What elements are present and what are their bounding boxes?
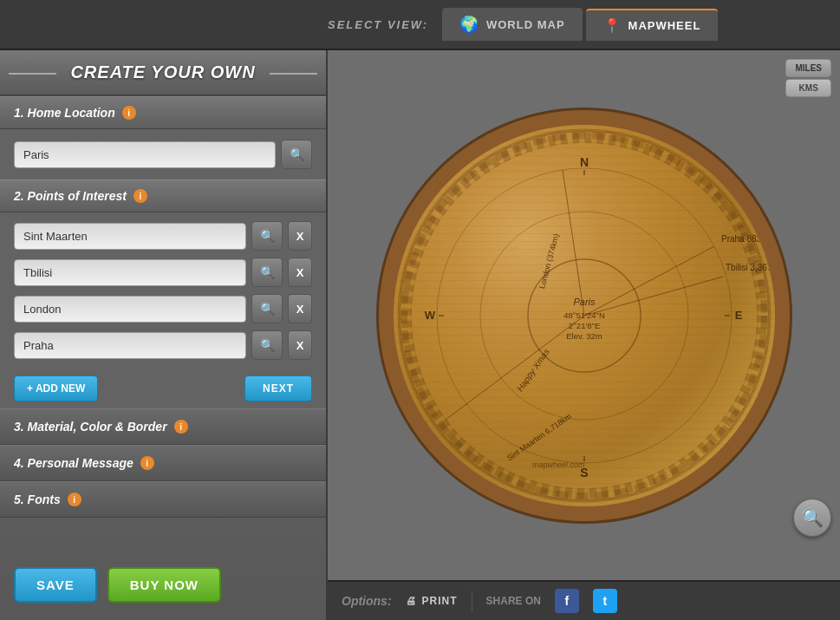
left-panel: CREATE YOUR OWN 1. Home Location i 🔍 2. … (0, 50, 328, 620)
section-material[interactable]: 3. Material, Color & Border i (0, 408, 326, 445)
poi-search-button-1[interactable]: 🔍 (251, 258, 283, 287)
home-location-input[interactable] (14, 141, 276, 168)
search-icon: 🔍 (260, 265, 275, 279)
next-button[interactable]: NEXT (244, 375, 312, 401)
select-view-label: SELECT VIEW: (328, 18, 428, 31)
home-location-search-button[interactable]: 🔍 (281, 140, 312, 169)
personal-message-info-icon[interactable]: i (140, 456, 154, 470)
poi-delete-button-0[interactable]: X (288, 221, 312, 251)
svg-point-2 (407, 138, 762, 493)
svg-text:Tbilisi 3,367km: Tbilisi 3,367km (726, 263, 775, 272)
kms-button[interactable]: KMS (785, 79, 831, 97)
options-label: Options: (342, 594, 392, 608)
svg-point-5 (528, 259, 641, 372)
material-info-icon[interactable]: i (174, 420, 188, 434)
svg-text:London (374km): London (374km) (537, 232, 561, 290)
map-search-icon: 🔍 (802, 507, 824, 528)
svg-point-0 (398, 129, 771, 502)
poi-input-0[interactable] (14, 223, 246, 250)
svg-text:Sint Maarten 6,718km: Sint Maarten 6,718km (505, 411, 572, 462)
poi-row-1: 🔍 X (14, 258, 312, 287)
poi-row-2: 🔍 X (14, 294, 312, 323)
svg-point-4 (480, 212, 688, 420)
add-new-button[interactable]: + ADD NEW (14, 375, 98, 401)
main-content: CREATE YOUR OWN 1. Home Location i 🔍 2. … (0, 50, 840, 620)
search-icon: 🔍 (290, 147, 304, 161)
buy-now-button[interactable]: BUY NOW (107, 567, 221, 603)
poi-row-3: 🔍 X (14, 330, 312, 360)
svg-line-6 (584, 246, 714, 316)
svg-line-7 (584, 277, 723, 316)
miles-button[interactable]: MILES (785, 59, 831, 77)
divider (472, 591, 472, 611)
bottom-bar: Options: 🖨 PRINT SHARE ON f t (328, 580, 840, 620)
svg-text:E: E (734, 309, 742, 322)
poi-delete-button-1[interactable]: X (288, 258, 312, 287)
svg-text:48°51'24"N: 48°51'24"N (563, 310, 605, 320)
share-on-label: SHARE ON (486, 595, 541, 607)
mapwheel-outer: Paris 48°51'24"N 2°21'8"E Elev. 32m N S … (376, 108, 792, 524)
pin-icon: 📍 (603, 17, 622, 34)
svg-point-29 (404, 135, 765, 496)
poi-row-0: 🔍 X (14, 221, 312, 251)
top-bar: SELECT VIEW: 🌍 WORLD MAP 📍 MAPWHEEL (0, 0, 840, 50)
poi-delete-button-3[interactable]: X (288, 330, 312, 360)
map-area: MILES KMS (328, 50, 840, 580)
svg-line-8 (563, 170, 584, 316)
right-panel: MILES KMS (328, 50, 840, 620)
home-location-input-row: 🔍 (14, 140, 312, 169)
svg-text:Praha 883km: Praha 883km (721, 234, 772, 244)
svg-text:W: W (424, 309, 435, 322)
bottom-buttons: SAVE BUY NOW (0, 555, 326, 611)
print-button[interactable]: 🖨 PRINT (406, 595, 458, 607)
btn-row: + ADD NEW NEXT (0, 369, 326, 408)
svg-text:S: S (580, 466, 588, 480)
poi-input-3[interactable] (14, 332, 246, 359)
poi-content: 🔍 X 🔍 X 🔍 X (0, 212, 326, 369)
poi-title: 2. Points of Interest (14, 189, 127, 203)
poi-input-2[interactable] (14, 296, 246, 323)
poi-delete-button-2[interactable]: X (288, 294, 312, 323)
svg-text:Elev. 32m: Elev. 32m (566, 331, 602, 341)
home-location-info-icon[interactable]: i (122, 106, 136, 120)
section-poi[interactable]: 2. Points of Interest i (0, 179, 326, 212)
mapwheel-tab-label: MAPWHEEL (628, 19, 701, 32)
world-map-tab-label: WORLD MAP (486, 18, 565, 31)
globe-icon: 🌍 (459, 15, 479, 34)
section-personal-message[interactable]: 4. Personal Message i (0, 445, 326, 481)
search-icon: 🔍 (260, 338, 275, 352)
material-title: 3. Material, Color & Border (14, 420, 167, 434)
section-home-location[interactable]: 1. Home Location i (0, 96, 326, 129)
svg-text:Happy Xmas: Happy Xmas (515, 347, 551, 393)
section-fonts[interactable]: 5. Fonts i (0, 481, 326, 518)
poi-input-1[interactable] (14, 259, 246, 286)
printer-icon: 🖨 (406, 595, 417, 607)
map-search-button[interactable]: 🔍 (793, 499, 831, 537)
svg-text:Paris: Paris (573, 297, 596, 307)
facebook-button[interactable]: f (555, 589, 579, 613)
tab-world-map[interactable]: 🌍 WORLD MAP (442, 8, 583, 41)
tab-mapwheel[interactable]: 📍 MAPWHEEL (586, 9, 719, 41)
mapwheel-container: Paris 48°51'24"N 2°21'8"E Elev. 32m N S … (376, 108, 792, 524)
svg-line-9 (446, 316, 584, 420)
search-icon: 🔍 (260, 302, 275, 316)
poi-search-button-2[interactable]: 🔍 (251, 294, 283, 323)
home-location-content: 🔍 (0, 129, 326, 179)
miles-kms-toggle: MILES KMS (785, 59, 831, 97)
svg-text:N: N (579, 155, 588, 169)
svg-point-28 (400, 131, 769, 500)
create-header-text: CREATE YOUR OWN (70, 62, 255, 82)
svg-point-1 (411, 142, 758, 489)
mapwheel-wood: Paris 48°51'24"N 2°21'8"E Elev. 32m N S … (394, 125, 775, 506)
save-button[interactable]: SAVE (14, 567, 97, 603)
poi-search-button-3[interactable]: 🔍 (251, 330, 283, 360)
personal-message-title: 4. Personal Message (14, 456, 133, 470)
poi-search-button-0[interactable]: 🔍 (251, 221, 283, 251)
create-header: CREATE YOUR OWN (0, 50, 326, 96)
poi-info-icon[interactable]: i (133, 189, 147, 203)
home-location-title: 1. Home Location (14, 106, 115, 120)
twitter-button[interactable]: t (593, 589, 617, 613)
svg-point-3 (437, 168, 732, 463)
svg-text:2°21'8"E: 2°21'8"E (568, 321, 599, 330)
fonts-info-icon[interactable]: i (68, 493, 81, 506)
